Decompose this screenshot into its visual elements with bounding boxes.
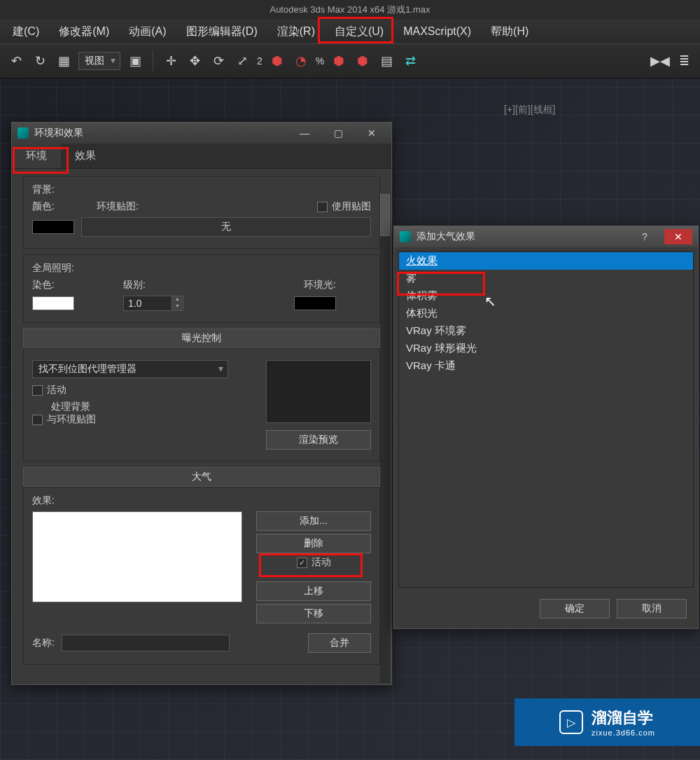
minimize-button[interactable]: — xyxy=(290,125,318,141)
tab-effects[interactable]: 效果 xyxy=(61,144,110,168)
tint-swatch[interactable] xyxy=(32,296,74,310)
main-toolbar: ↶ ↻ ▦ 视图 ▣ ✛ ✥ ⟳ ⤢ 2 ⬢ ◔ % ⬢ ⬢ ▤ ⇄ ▶◀ ≣ xyxy=(0,43,700,78)
ok-button[interactable]: 确定 xyxy=(540,599,610,619)
env-tabs: 环境 效果 xyxy=(12,144,391,169)
scrollbar-thumb[interactable] xyxy=(380,194,390,236)
panel-scrollbar[interactable] xyxy=(380,194,390,683)
list-item-fire[interactable]: 火效果 xyxy=(399,252,693,270)
app-logo-icon xyxy=(400,231,411,242)
atmo-dialog-title: 添加大气效果 xyxy=(416,230,475,243)
add-atmosphere-dialog: 添加大气效果 ? ✕ 火效果 雾 体积雾 体积光 VRay 环境雾 VRay 球… xyxy=(393,226,699,629)
background-group: 背景: 颜色: 环境贴图: 使用贴图 无 xyxy=(23,176,380,249)
global-lighting-group: 全局照明: 染色: 级别: 环境光: ▲▼ xyxy=(23,254,380,323)
global-lighting-header: 全局照明: xyxy=(32,262,371,275)
render-preview-button[interactable]: 渲染预览 xyxy=(266,430,371,450)
exposure-dropdown[interactable]: 找不到位图代理管理器 xyxy=(32,360,228,378)
atmo-dialog-titlebar[interactable]: 添加大气效果 ? ✕ xyxy=(394,226,698,247)
reference-coord-dropdown[interactable]: 视图 xyxy=(78,52,120,70)
effects-label: 效果: xyxy=(32,495,371,507)
env-map-label: 环境贴图: xyxy=(97,200,139,213)
list-item-fog[interactable]: 雾 xyxy=(399,270,693,287)
list-item-volume-fog[interactable]: 体积雾 xyxy=(399,287,693,305)
play-icon: ▷ xyxy=(559,710,583,734)
menu-help[interactable]: 帮助(H) xyxy=(481,20,538,43)
spinner-up-icon[interactable]: ▲ xyxy=(172,296,183,303)
tab-environment[interactable]: 环境 xyxy=(12,144,61,168)
background-header: 背景: xyxy=(32,184,371,196)
align-icon[interactable]: ▶◀ xyxy=(651,52,669,70)
atmosphere-effect-list[interactable]: 火效果 雾 体积雾 体积光 VRay 环境雾 VRay 球形褪光 VRay 卡通 xyxy=(398,251,694,588)
atmosphere-rollout[interactable]: 大气 xyxy=(23,467,380,487)
watermark-name: 溜溜自学 xyxy=(592,707,655,728)
merge-button[interactable]: 合并 xyxy=(308,633,371,653)
close-button[interactable]: ✕ xyxy=(358,125,386,141)
help-button[interactable]: ? xyxy=(631,229,659,244)
use-map-checkbox[interactable]: 使用贴图 xyxy=(317,200,371,213)
exposure-group: 找不到位图代理管理器 活动 处理背景 与环境贴图 渲染预览 xyxy=(23,348,380,462)
menu-customize[interactable]: 自定义(U) xyxy=(325,20,393,43)
menu-modifiers[interactable]: 修改器(M) xyxy=(49,20,119,43)
named-sel-icon[interactable]: ▤ xyxy=(377,52,396,70)
undo-icon[interactable]: ↶ xyxy=(7,52,25,70)
list-item-volume-light[interactable]: 体积光 xyxy=(399,305,693,322)
percent-snap-icon[interactable]: ⬢ xyxy=(330,52,348,70)
ambient-swatch[interactable] xyxy=(294,296,336,310)
link-icon[interactable]: ▦ xyxy=(55,52,73,70)
env-map-button[interactable]: 无 xyxy=(81,217,371,237)
spinner-snap-icon[interactable]: ⬢ xyxy=(354,52,372,70)
close-button[interactable]: ✕ xyxy=(664,229,692,244)
exposure-active-checkbox[interactable]: 活动 xyxy=(32,384,259,396)
process-bg-checkbox[interactable]: 与环境贴图 xyxy=(32,413,259,426)
list-item-vray-toon[interactable]: VRay 卡通 xyxy=(399,357,693,375)
tint-label: 染色: xyxy=(32,279,74,291)
layers-icon[interactable]: ≣ xyxy=(675,52,693,70)
delete-atmosphere-button[interactable]: 删除 xyxy=(256,534,371,553)
list-item-vray-env-fog[interactable]: VRay 环境雾 xyxy=(399,322,693,340)
app-logo-icon xyxy=(18,127,29,139)
menu-bar: 建(C) 修改器(M) 动画(A) 图形编辑器(D) 渲染(R) 自定义(U) … xyxy=(0,20,700,43)
move-icon[interactable]: ✥ xyxy=(186,52,204,70)
move-up-button[interactable]: 上移 xyxy=(256,581,371,601)
redo-icon[interactable]: ↻ xyxy=(31,52,49,70)
angle-snap-icon[interactable]: ◔ xyxy=(292,52,310,70)
percent-label: % xyxy=(316,55,324,67)
maximize-button[interactable]: ▢ xyxy=(324,125,352,141)
bg-color-label: 颜色: xyxy=(32,200,55,213)
menu-maxscript[interactable]: MAXScript(X) xyxy=(393,21,481,42)
atmo-dialog-buttons: 确定 取消 xyxy=(394,592,698,628)
spinner-down-icon[interactable]: ▼ xyxy=(172,303,183,310)
level-spinner[interactable]: ▲▼ xyxy=(123,296,183,311)
menu-create[interactable]: 建(C) xyxy=(3,20,49,43)
level-label: 级别: xyxy=(123,279,146,291)
watermark: ▷ 溜溜自学 zixue.3d66.com xyxy=(514,698,700,746)
cancel-button[interactable]: 取消 xyxy=(617,599,687,619)
process-bg-label: 处理背景 xyxy=(32,401,259,413)
rotate-icon[interactable]: ⟳ xyxy=(209,52,227,70)
move-down-button[interactable]: 下移 xyxy=(256,604,371,623)
mirror-icon[interactable]: ⇄ xyxy=(401,52,419,70)
menu-rendering[interactable]: 渲染(R) xyxy=(267,20,325,43)
bg-color-swatch[interactable] xyxy=(32,220,74,234)
menu-graph-editors[interactable]: 图形编辑器(D) xyxy=(176,20,267,43)
env-dialog-title: 环境和效果 xyxy=(34,127,83,139)
atmo-name-input[interactable] xyxy=(62,635,230,651)
environment-effects-dialog: 环境和效果 — ▢ ✕ 环境 效果 背景: 颜色: 环境贴图: 使用贴图 无 xyxy=(11,122,392,685)
viewport-label[interactable]: [+][前][线框] xyxy=(504,104,556,116)
select-icon[interactable]: ✛ xyxy=(162,52,180,70)
ambient-label: 环境光: xyxy=(304,279,336,291)
menu-animation[interactable]: 动画(A) xyxy=(119,20,176,43)
list-item-vray-sphere-fade[interactable]: VRay 球形褪光 xyxy=(399,340,693,357)
exposure-rollout[interactable]: 曝光控制 xyxy=(23,329,380,348)
atmosphere-group: 效果: 添加... 删除 ✓活动 上移 下移 名称: 合并 xyxy=(23,487,380,665)
atmo-active-checkbox[interactable]: ✓活动 xyxy=(256,556,371,569)
toolbar-separator xyxy=(153,50,153,71)
add-atmosphere-button[interactable]: 添加... xyxy=(256,511,371,531)
env-dialog-titlebar[interactable]: 环境和效果 — ▢ ✕ xyxy=(12,123,391,144)
watermark-url: zixue.3d66.com xyxy=(592,728,655,737)
exposure-preview xyxy=(266,360,371,423)
effects-listbox[interactable] xyxy=(32,511,242,602)
snap-toggle-icon[interactable]: ⬢ xyxy=(268,52,286,70)
pivot-icon[interactable]: ▣ xyxy=(126,52,144,70)
scale-icon[interactable]: ⤢ xyxy=(233,52,251,70)
level-input[interactable] xyxy=(123,296,172,311)
